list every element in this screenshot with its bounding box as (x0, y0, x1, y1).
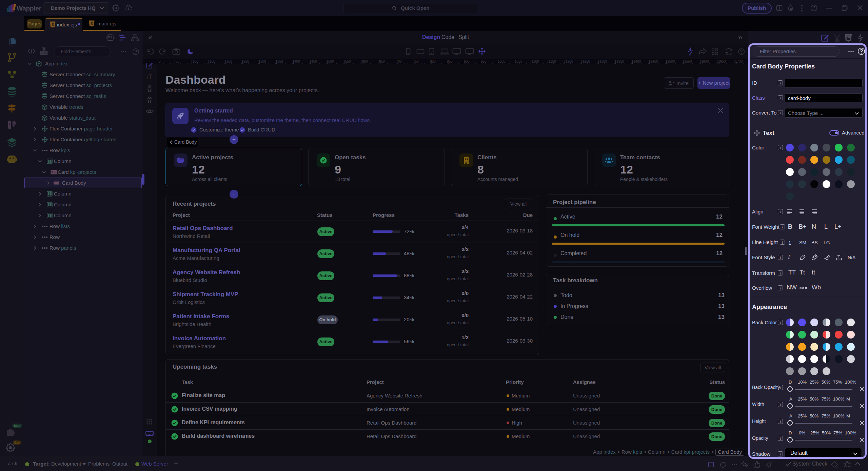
svg-text:5: 5 (91, 22, 93, 26)
svg-text:5: 5 (52, 23, 54, 27)
